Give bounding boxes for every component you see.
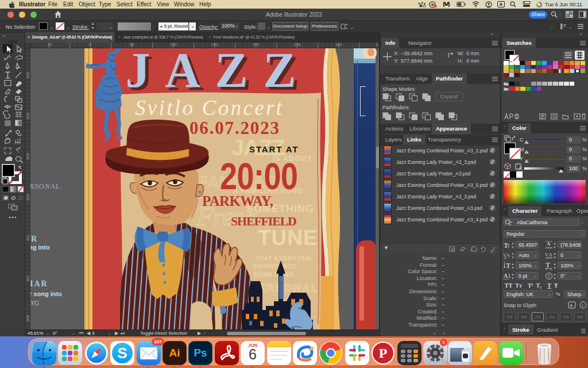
svg-text:A: A — [570, 303, 573, 308]
svg-text:KNOWS INTO: KNOWS INTO — [253, 263, 297, 270]
svg-text:20:00: 20:00 — [220, 155, 298, 197]
svg-text:T: T — [507, 244, 510, 249]
svg-text:Z: Z — [263, 48, 296, 98]
svg-text:SHEFFIELD: SHEFFIELD — [231, 214, 297, 228]
svg-text:06.07.2023: 06.07.2023 — [189, 118, 279, 138]
svg-text:T: T — [506, 262, 510, 270]
svg-text:TUNE: TUNE — [258, 226, 318, 250]
svg-text:A: A — [165, 48, 200, 98]
svg-text:A: A — [506, 252, 510, 258]
svg-text:A: A — [549, 252, 553, 258]
svg-text:THAT EVERYONE: THAT EVERYONE — [255, 255, 312, 262]
svg-text:J: J — [126, 48, 150, 98]
svg-text:i: i — [582, 303, 583, 308]
svg-text:T: T — [548, 274, 551, 279]
svg-text:SOMETHING: SOMETHING — [253, 271, 294, 278]
svg-text:Z: Z — [215, 48, 247, 98]
svg-text:START AT: START AT — [249, 144, 299, 154]
svg-text:PARKWAY,: PARKWAY, — [202, 193, 274, 209]
svg-text:A: A — [504, 273, 508, 279]
